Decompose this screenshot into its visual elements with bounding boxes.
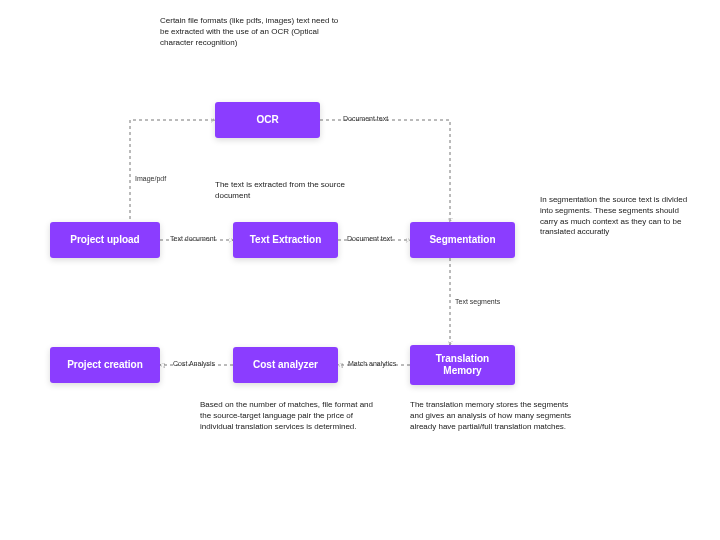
edges-layer — [0, 0, 720, 540]
edge-label-seg-out: Text segments — [455, 298, 500, 305]
node-translation-memory: Translation Memory — [410, 345, 515, 385]
desc-extraction: The text is extracted from the source do… — [215, 180, 370, 202]
node-segmentation: Segmentation — [410, 222, 515, 258]
node-project-upload: Project upload — [50, 222, 160, 258]
desc-segmentation: In segmentation the source text is divid… — [540, 195, 690, 238]
desc-cost: Based on the number of matches, file for… — [200, 400, 375, 432]
diagram-canvas: Project upload OCR Text Extraction Segme… — [0, 0, 720, 540]
desc-ocr: Certain file formats (like pdfs, images)… — [160, 16, 345, 48]
node-project-creation: Project creation — [50, 347, 160, 383]
edge-label-ocr-out: Document text — [343, 115, 388, 122]
edge-label-text-document: Text document — [170, 235, 216, 242]
node-cost-analyzer: Cost analyzer — [233, 347, 338, 383]
edge-label-cost-out: Cost Analysis — [173, 360, 215, 367]
edge-label-tm-out: Match analytics — [348, 360, 396, 367]
desc-tm: The translation memory stores the segmen… — [410, 400, 575, 432]
edge-label-extraction-out: Document text — [347, 235, 392, 242]
node-text-extraction: Text Extraction — [233, 222, 338, 258]
edge-label-image-pdf: Image/pdf — [135, 175, 166, 182]
node-ocr: OCR — [215, 102, 320, 138]
